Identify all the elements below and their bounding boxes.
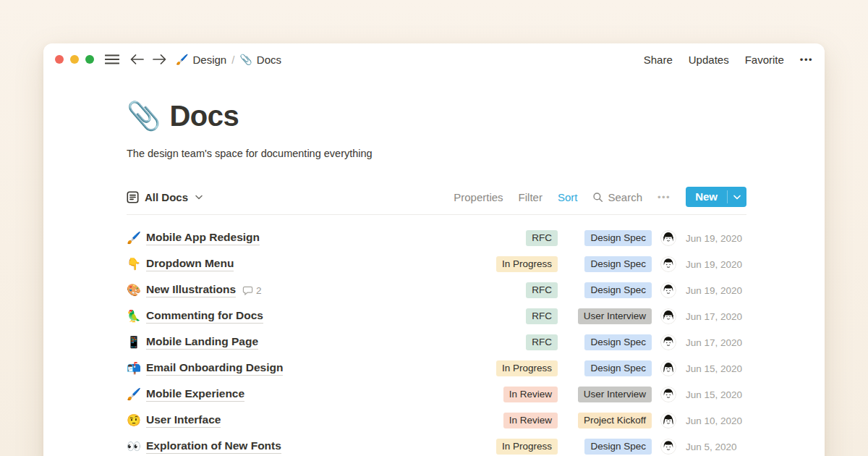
table-row: 🦜 Commenting for Docs RFC User Interview…: [127, 303, 746, 329]
status-badge[interactable]: In Progress: [496, 360, 558, 376]
type-badge[interactable]: Design Spec: [584, 334, 652, 350]
comment-bubble-icon: [242, 285, 253, 296]
hamburger-menu-icon[interactable]: [105, 54, 119, 64]
type-badge[interactable]: Design Spec: [584, 230, 652, 246]
page-background: 🖌️ Design / 📎 Docs Share Updates Favorit…: [0, 0, 868, 456]
doc-title-link[interactable]: Email Onboarding Design: [146, 361, 283, 376]
paperclip-icon: 📎: [239, 54, 252, 64]
avatar[interactable]: [660, 334, 676, 350]
breadcrumb-label: Design: [192, 54, 226, 66]
nav-arrows: [130, 54, 166, 64]
status-column: In Review: [449, 413, 558, 428]
status-column: RFC: [449, 282, 558, 298]
doc-title-link[interactable]: User Interface: [146, 413, 221, 428]
page-subtitle: The design team's space for documenting …: [127, 146, 746, 161]
doc-title-link[interactable]: Dropdown Menu: [146, 257, 234, 271]
status-badge[interactable]: RFC: [526, 308, 558, 324]
comment-badge[interactable]: 2: [242, 285, 262, 296]
table-row: 📬 Email Onboarding Design In Progress De…: [127, 355, 746, 381]
status-column: RFC: [449, 230, 558, 246]
type-badge[interactable]: Design Spec: [584, 439, 652, 455]
breadcrumb-item-docs[interactable]: 📎 Docs: [239, 54, 281, 66]
more-options-icon[interactable]: •••: [800, 54, 813, 65]
filter-button[interactable]: Filter: [519, 191, 542, 203]
paintbrush-icon: 🖌️: [176, 54, 188, 64]
status-column: In Progress: [449, 256, 558, 272]
back-arrow-icon[interactable]: [130, 54, 144, 64]
doc-title-link[interactable]: Mobile Landing Page: [146, 335, 258, 350]
close-window-button[interactable]: [55, 55, 64, 64]
type-badge[interactable]: User Interview: [578, 387, 652, 402]
page-title: Docs: [169, 98, 239, 133]
table-row: 🎨 New Illustrations 2 RFC: [127, 277, 746, 303]
view-selector-label: All Docs: [145, 191, 188, 203]
avatar[interactable]: [660, 308, 676, 324]
view-toolbar: All Docs Properties Filter Sort Search: [127, 187, 746, 215]
avatar[interactable]: [660, 256, 676, 272]
avatar[interactable]: [660, 282, 676, 298]
status-badge[interactable]: In Review: [503, 387, 558, 402]
row-main: Exploration of New Fonts: [146, 439, 449, 454]
window-topbar: 🖌️ Design / 📎 Docs Share Updates Favorit…: [43, 43, 825, 75]
view-selector[interactable]: All Docs: [127, 191, 203, 203]
eyes-icon: 👀: [127, 441, 146, 452]
share-button[interactable]: Share: [644, 54, 673, 66]
search-icon: [592, 192, 603, 203]
doc-date: Jun 19, 2020: [686, 285, 746, 296]
doc-title-link[interactable]: Mobile Experience: [146, 387, 244, 402]
search-label: Search: [608, 191, 642, 203]
status-badge[interactable]: In Review: [503, 413, 558, 428]
type-column: User Interview: [559, 387, 652, 402]
search-button[interactable]: Search: [592, 191, 642, 203]
breadcrumb-item-design[interactable]: 🖌️ Design: [176, 54, 226, 66]
raised-eyebrow-face-icon: 🤨: [127, 415, 146, 426]
forward-arrow-icon[interactable]: [153, 54, 166, 64]
type-column: Design Spec: [559, 230, 652, 246]
updates-button[interactable]: Updates: [689, 54, 729, 66]
table-row: 👇 Dropdown Menu In Progress Design Spec …: [127, 251, 746, 277]
doc-date: Jun 15, 2020: [686, 389, 746, 400]
avatar[interactable]: [660, 360, 676, 376]
doc-date: Jun 15, 2020: [686, 363, 746, 374]
table-row: 🖌️ Mobile App Redesign RFC Design Spec J…: [127, 225, 746, 251]
avatar[interactable]: [660, 439, 676, 455]
paintbrush-icon: 🖌️: [127, 232, 146, 244]
minimize-window-button[interactable]: [70, 55, 79, 64]
page-header: 📎 Docs: [127, 98, 746, 133]
favorite-button[interactable]: Favorite: [745, 54, 784, 66]
breadcrumb: 🖌️ Design / 📎 Docs: [176, 54, 281, 66]
doc-title-link[interactable]: New Illustrations: [146, 283, 236, 297]
doc-title-link[interactable]: Exploration of New Fonts: [146, 439, 281, 454]
avatar[interactable]: [660, 230, 676, 246]
type-badge[interactable]: User Interview: [578, 308, 652, 324]
mailbox-icon: 📬: [127, 363, 146, 374]
doc-title-link[interactable]: Commenting for Docs: [146, 309, 263, 324]
avatar[interactable]: [660, 413, 676, 428]
status-badge[interactable]: RFC: [526, 230, 558, 246]
topbar-actions: Share Updates Favorite •••: [644, 54, 813, 66]
new-button[interactable]: New: [686, 187, 746, 207]
chevron-down-icon: [195, 195, 203, 200]
mobile-phone-icon: 📱: [127, 337, 146, 348]
doc-title-link[interactable]: Mobile App Redesign: [146, 231, 260, 245]
page-paperclip-icon[interactable]: 📎: [127, 98, 161, 133]
type-badge[interactable]: Design Spec: [584, 360, 652, 376]
type-badge[interactable]: Project Kickoff: [578, 413, 652, 428]
toolbar-more-icon[interactable]: •••: [658, 192, 671, 203]
new-dropdown-button[interactable]: [728, 187, 746, 207]
status-column: In Progress: [449, 360, 558, 376]
doc-date: Jun 10, 2020: [686, 415, 746, 426]
type-badge[interactable]: Design Spec: [584, 256, 652, 272]
avatar[interactable]: [660, 387, 676, 402]
status-badge[interactable]: RFC: [526, 282, 558, 298]
status-badge[interactable]: RFC: [526, 334, 558, 350]
type-badge[interactable]: Design Spec: [584, 282, 652, 298]
type-column: Design Spec: [559, 439, 652, 455]
sort-button[interactable]: Sort: [558, 191, 578, 203]
doc-date: Jun 19, 2020: [686, 233, 746, 244]
properties-button[interactable]: Properties: [454, 191, 503, 203]
status-badge[interactable]: In Progress: [496, 256, 558, 272]
status-badge[interactable]: In Progress: [496, 439, 558, 455]
row-main: New Illustrations 2: [146, 283, 449, 297]
zoom-window-button[interactable]: [85, 55, 94, 64]
